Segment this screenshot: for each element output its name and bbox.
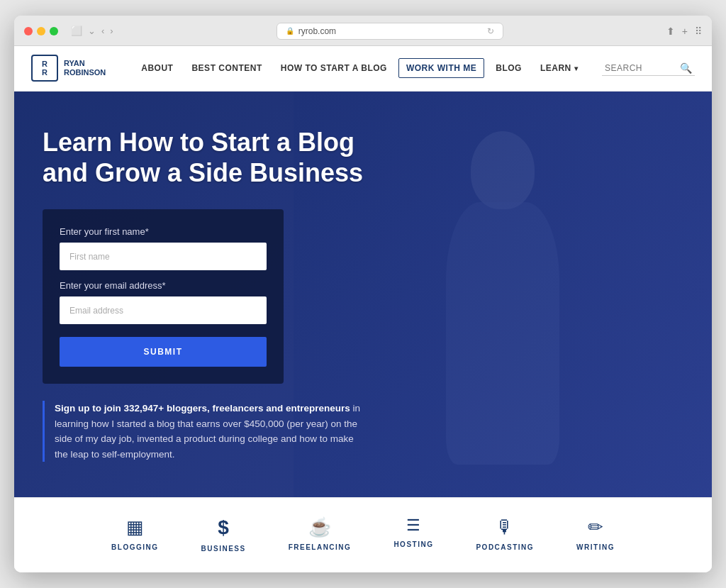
freelancing-label: FREELANCING — [289, 543, 352, 551]
categories-section: ▦ BLOGGING $ BUSINESS ☕ FREELANCING ☰ HO… — [14, 497, 712, 572]
writing-label: WRITING — [576, 543, 615, 551]
hero-tagline: Sign up to join 332,947+ bloggers, freel… — [43, 401, 369, 462]
category-blogging[interactable]: ▦ BLOGGING — [111, 518, 158, 553]
category-freelancing[interactable]: ☕ FREELANCING — [289, 518, 352, 553]
business-label: BUSINESS — [201, 545, 246, 553]
new-tab-icon[interactable]: + — [682, 26, 688, 37]
logo-box: RR — [31, 55, 58, 82]
hero-title: Learn How to Start a Blog and Grow a Sid… — [43, 127, 369, 188]
blogging-label: BLOGGING — [111, 543, 158, 551]
hosting-icon: ☰ — [406, 518, 420, 533]
navigation: RR RYAN ROBINSON ABOUT BEST CONTENT HOW … — [14, 46, 712, 91]
email-input[interactable] — [60, 296, 267, 324]
search-button[interactable]: 🔍 — [680, 62, 692, 74]
refresh-icon[interactable]: ↻ — [487, 26, 494, 36]
logo-letters: RR — [42, 60, 48, 77]
search-input[interactable] — [605, 63, 676, 73]
category-hosting[interactable]: ☰ HOSTING — [393, 518, 433, 553]
nav-about[interactable]: ABOUT — [134, 59, 180, 77]
hero-section: Learn How to Start a Blog and Grow a Sid… — [14, 91, 712, 498]
close-button[interactable] — [24, 27, 33, 35]
business-icon: $ — [218, 518, 229, 538]
maximize-button[interactable] — [50, 27, 58, 35]
share-icon[interactable]: ⬆ — [666, 26, 675, 37]
category-podcasting[interactable]: 🎙 PODCASTING — [476, 518, 534, 553]
forward-icon[interactable]: › — [110, 26, 113, 36]
category-business[interactable]: $ BUSINESS — [201, 518, 246, 553]
browser-titlebar: ⬜ ⌄ ‹ › 🔒 ryrob.com ↻ ⬆ + ⠿ — [14, 16, 712, 46]
nav-how-to-start[interactable]: HOW TO START A BLOG — [274, 59, 394, 77]
browser-window: ⬜ ⌄ ‹ › 🔒 ryrob.com ↻ ⬆ + ⠿ RR — [14, 16, 712, 573]
nav-learn[interactable]: LEARN ▾ — [533, 59, 585, 77]
nav-work-with-me[interactable]: WORK WITH ME — [398, 58, 484, 78]
url-text: ryrob.com — [298, 26, 336, 36]
browser-controls: ⬜ ⌄ ‹ › — [71, 26, 113, 36]
podcasting-label: PODCASTING — [476, 543, 534, 551]
lock-icon: 🔒 — [286, 27, 294, 35]
signup-form: Enter your first name* Enter your email … — [43, 209, 284, 384]
chevron-down-icon[interactable]: ⌄ — [88, 26, 96, 36]
category-writing[interactable]: ✏ WRITING — [576, 518, 615, 553]
website: RR RYAN ROBINSON ABOUT BEST CONTENT HOW … — [14, 46, 712, 573]
traffic-lights — [24, 27, 58, 35]
nav-blog[interactable]: BLOG — [488, 59, 529, 77]
submit-button[interactable]: SUBMIT — [60, 337, 267, 367]
tagline-bold: Sign up to join 332,947+ bloggers, freel… — [55, 403, 350, 414]
nav-links: ABOUT BEST CONTENT HOW TO START A BLOG W… — [134, 58, 602, 78]
freelancing-icon: ☕ — [308, 518, 331, 536]
search-area[interactable]: 🔍 — [602, 61, 695, 76]
email-label: Enter your email address* — [60, 280, 267, 291]
grid-icon[interactable]: ⠿ — [695, 26, 702, 37]
tab-icon[interactable]: ⬜ — [71, 26, 82, 36]
hosting-label: HOSTING — [393, 540, 433, 548]
writing-icon: ✏ — [588, 518, 603, 536]
address-bar[interactable]: 🔒 ryrob.com ↻ — [277, 23, 503, 40]
address-bar-container: 🔒 ryrob.com ↻ — [121, 23, 659, 40]
chevron-down-icon: ▾ — [574, 65, 579, 72]
blogging-icon: ▦ — [126, 518, 144, 536]
podcasting-icon: 🎙 — [496, 518, 514, 536]
nav-best-content[interactable]: BEST CONTENT — [184, 59, 269, 77]
name-label: Enter your first name* — [60, 226, 267, 237]
browser-actions: ⬆ + ⠿ — [666, 26, 702, 37]
minimize-button[interactable] — [37, 27, 45, 35]
logo-text: RYAN ROBINSON — [64, 59, 106, 77]
first-name-input[interactable] — [60, 243, 267, 270]
back-icon[interactable]: ‹ — [101, 26, 104, 36]
hero-content: Learn How to Start a Blog and Grow a Sid… — [14, 91, 397, 498]
logo[interactable]: RR RYAN ROBINSON — [31, 55, 106, 82]
